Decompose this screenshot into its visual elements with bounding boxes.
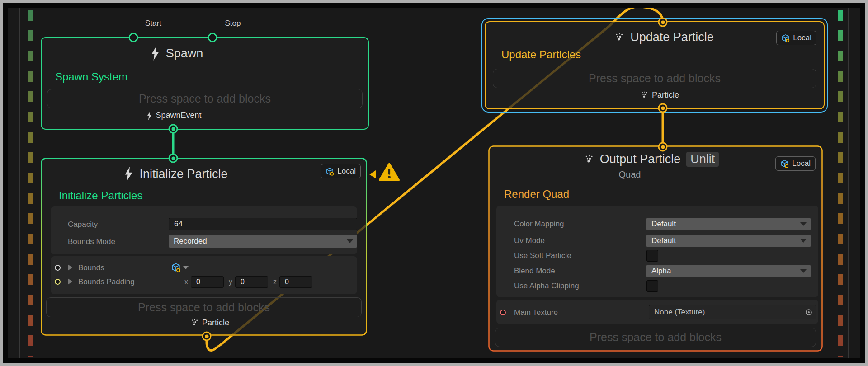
local-space-badge[interactable]: Local <box>776 31 816 45</box>
texture-property-box: Main Texture None (Texture) <box>496 300 818 324</box>
add-blocks-placeholder[interactable]: Press space to add blocks <box>47 89 363 108</box>
add-blocks-placeholder[interactable]: Press space to add blocks <box>495 328 816 347</box>
uv-mode-dropdown[interactable]: Default <box>646 235 811 247</box>
setting-label-bounds-mode: Bounds Mode <box>68 235 115 249</box>
initialize-properties-box: Bounds Bounds Padding x y z <box>51 256 357 294</box>
system-label: Render Quad <box>504 188 569 201</box>
output-context-node[interactable]: Output Particle Unlit Local Quad Render … <box>488 145 823 352</box>
blend-mode-dropdown[interactable]: Alpha <box>646 265 811 277</box>
cube-local-icon <box>326 167 334 176</box>
lightning-icon <box>146 111 152 120</box>
node-title: Spawn <box>166 47 203 61</box>
foldout-arrow-icon[interactable] <box>68 264 72 271</box>
vfx-graph-canvas[interactable]: Start Stop Spawn Spawn System Press spac… <box>0 0 868 366</box>
node-title: Update Particle <box>630 30 714 44</box>
primitive-subtitle: Quad <box>462 169 797 180</box>
bounds-padding-x-input[interactable] <box>191 276 224 288</box>
particle-icon <box>191 319 199 327</box>
spawn-title-row: Spawn <box>14 46 340 61</box>
add-blocks-placeholder[interactable]: Press space to add blocks <box>493 69 816 88</box>
initialize-input-port[interactable] <box>169 154 178 163</box>
particle-icon <box>615 33 624 42</box>
axis-label-y: y <box>229 276 232 288</box>
particle-output-label: Particle <box>47 318 373 328</box>
flow-input-label-stop: Stop <box>225 19 241 28</box>
axis-label-x: x <box>184 276 188 288</box>
use-soft-particle-checkbox[interactable] <box>646 250 658 262</box>
spawn-start-port[interactable] <box>129 33 138 42</box>
node-title: Output Particle <box>600 152 681 166</box>
collapse-arrow-icon[interactable] <box>369 170 376 178</box>
chevron-down-icon[interactable] <box>183 266 189 269</box>
setting-label-uv-mode: Uv Mode <box>514 234 545 248</box>
warning-icon[interactable] <box>379 163 400 182</box>
particle-output-label: Particle <box>491 90 829 100</box>
spawn-event-output-label: SpawnEvent <box>11 111 337 120</box>
lightning-icon <box>124 167 133 181</box>
initialize-settings-box: Capacity Bounds Mode Recorded <box>51 206 357 254</box>
spawn-stop-port[interactable] <box>208 33 217 42</box>
spawn-context-node[interactable]: Start Stop Spawn Spawn System Press spac… <box>41 37 369 130</box>
use-alpha-clipping-checkbox[interactable] <box>646 280 658 292</box>
bounds-property-port[interactable] <box>55 265 61 271</box>
initialize-title-row: Initialize Particle <box>13 167 339 181</box>
particle-icon <box>641 91 649 99</box>
setting-label-color-mapping: Color Mapping <box>514 217 564 231</box>
setting-label-use-soft-particle: Use Soft Particle <box>514 249 571 263</box>
capacity-input[interactable] <box>169 218 357 230</box>
object-picker-icon[interactable] <box>804 308 813 317</box>
cube-local-icon <box>781 34 790 42</box>
system-label: Initialize Particles <box>59 189 142 202</box>
particle-icon <box>585 155 594 164</box>
local-space-badge[interactable]: Local <box>775 156 816 171</box>
color-mapping-dropdown[interactable]: Default <box>646 218 811 230</box>
bounds-padding-y-input[interactable] <box>235 276 268 288</box>
chevron-down-icon <box>800 239 807 243</box>
property-label-bounds: Bounds <box>78 262 104 274</box>
bounds-padding-z-input[interactable] <box>279 276 312 288</box>
system-label: Update Particles <box>501 48 581 61</box>
system-label: Spawn System <box>55 70 127 83</box>
bounds-padding-property-port[interactable] <box>55 279 61 285</box>
local-space-badge[interactable]: Local <box>321 164 361 178</box>
bounds-mode-dropdown[interactable]: Recorded <box>169 235 357 248</box>
chevron-down-icon <box>347 239 353 243</box>
output-title-row: Output Particle Unlit <box>485 152 819 167</box>
setting-label-use-alpha-clipping: Use Alpha Clipping <box>514 279 579 293</box>
lightning-icon <box>151 46 160 61</box>
chevron-down-icon <box>800 222 807 226</box>
main-texture-object-field[interactable]: None (Texture) <box>649 305 816 319</box>
shading-variant-chip[interactable]: Unlit <box>686 152 719 167</box>
flow-input-label-start: Start <box>145 19 161 28</box>
property-label-main-texture: Main Texture <box>514 306 558 319</box>
cube-local-icon <box>780 160 789 168</box>
update-context-node[interactable]: Update Particle Local Update Particles P… <box>485 21 825 109</box>
chevron-down-icon <box>800 269 807 273</box>
spawn-output-port[interactable] <box>169 124 178 134</box>
initialize-context-node[interactable]: Initialize Particle Local Initialize Par… <box>41 158 367 336</box>
cube-space-icon[interactable] <box>171 263 181 272</box>
node-title: Initialize Particle <box>139 167 227 181</box>
setting-label-capacity: Capacity <box>68 218 98 231</box>
output-input-port[interactable] <box>658 142 668 152</box>
output-settings-box: Color Mapping Default Uv Mode Default Us… <box>496 206 818 297</box>
property-label-bounds-padding: Bounds Padding <box>78 276 135 288</box>
foldout-arrow-icon[interactable] <box>68 278 72 285</box>
axis-label-z: z <box>273 276 277 288</box>
main-texture-property-port[interactable] <box>500 310 506 315</box>
initialize-output-port[interactable] <box>202 332 212 341</box>
add-blocks-placeholder[interactable]: Press space to add blocks <box>46 297 362 317</box>
update-output-port[interactable] <box>658 103 668 113</box>
setting-label-blend-mode: Blend Mode <box>514 264 555 278</box>
update-input-port[interactable] <box>658 18 668 27</box>
